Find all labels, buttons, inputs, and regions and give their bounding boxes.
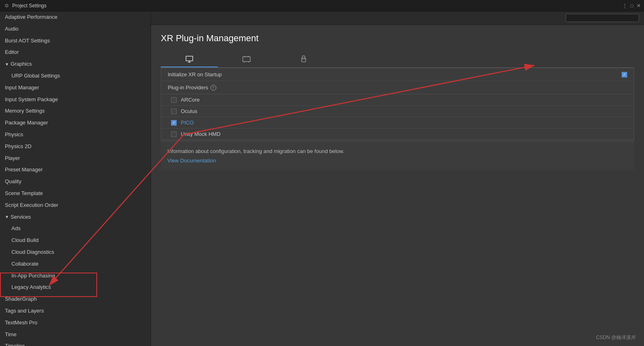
sidebar-item-memory-settings[interactable]: Memory Settings <box>0 105 151 117</box>
sidebar-item-cloud-diagnostics[interactable]: Cloud Diagnostics <box>0 246 151 258</box>
sidebar-item-ads[interactable]: Ads <box>0 223 151 235</box>
plugin-item-pico: PICO <box>161 117 634 129</box>
sidebar-item-cloud-build[interactable]: Cloud Build <box>0 235 151 246</box>
close-button[interactable]: ✕ <box>637 3 641 9</box>
menu-button[interactable]: ⋮ <box>622 3 627 9</box>
plugin-checkbox-unity-mock-hmd[interactable] <box>171 131 177 137</box>
sidebar-item-textmesh-pro[interactable]: TextMesh Pro <box>0 317 151 329</box>
view-documentation-link[interactable]: View Documentation <box>167 157 216 164</box>
plugin-label-unity-mock-hmd: Unity Mock HMD <box>181 131 221 137</box>
sidebar-item-script-execution[interactable]: Script Execution Order <box>0 200 151 211</box>
platform-tab-desktop[interactable] <box>161 52 218 67</box>
sidebar-item-urp-global[interactable]: URP Global Settings <box>0 70 151 82</box>
plugin-checkbox-arcore[interactable] <box>171 97 177 103</box>
svg-rect-0 <box>186 56 193 61</box>
sidebar-item-services[interactable]: ▼Services <box>0 211 151 223</box>
plugin-label-arcore: ARCore <box>181 97 200 103</box>
platform-tabs <box>161 52 634 68</box>
sidebar-item-graphics[interactable]: ▼Graphics <box>0 58 151 70</box>
initialize-xr-checkbox[interactable] <box>622 72 627 78</box>
window-title: Project Settings <box>12 3 47 9</box>
initialize-xr-label: Initialize XR on Startup <box>168 71 622 78</box>
sidebar-item-adaptive-performance[interactable]: Adaptive Performance <box>0 11 151 23</box>
sidebar-label-services: Services <box>11 213 31 222</box>
platform-tab-tv[interactable] <box>218 52 275 67</box>
sidebar-item-tags-layers[interactable]: Tags and Layers <box>0 305 151 317</box>
sidebar-item-editor[interactable]: Editor <box>0 47 151 58</box>
sidebar-item-quality[interactable]: Quality <box>0 176 151 188</box>
svg-rect-3 <box>243 57 250 62</box>
sidebar: Adaptive PerformanceAudioBurst AOT Setti… <box>0 11 151 346</box>
sidebar-item-legacy-analytics[interactable]: Legacy Analytics <box>0 282 151 293</box>
search-bar <box>151 11 644 25</box>
sidebar-item-collaborate[interactable]: Collaborate <box>0 258 151 270</box>
sidebar-item-shadergraph[interactable]: ShaderGraph <box>0 293 151 305</box>
help-icon[interactable]: ? <box>211 85 216 91</box>
sidebar-item-physics-2d[interactable]: Physics 2D <box>0 141 151 153</box>
search-input[interactable] <box>566 14 639 22</box>
sidebar-item-timeline[interactable]: Timeline <box>0 340 151 346</box>
sidebar-item-in-app-purchasing[interactable]: In-App Purchasing <box>0 270 151 282</box>
sidebar-item-burst-aot[interactable]: Burst AOT Settings <box>0 35 151 47</box>
plugin-item-oculus: Oculus <box>161 106 634 117</box>
main-layout: Adaptive PerformanceAudioBurst AOT Setti… <box>0 11 644 346</box>
maximize-button[interactable]: □ <box>631 3 633 9</box>
title-bar: ⚙ Project Settings ⋮ □ ✕ <box>0 0 644 11</box>
plugin-checkbox-oculus[interactable] <box>171 109 177 114</box>
content-area: XR Plug-in Management Initialize XR on S… <box>151 11 644 346</box>
svg-point-8 <box>302 59 303 60</box>
sidebar-item-audio[interactable]: Audio <box>0 23 151 35</box>
sidebar-item-input-system[interactable]: Input System Package <box>0 94 151 106</box>
sidebar-item-player[interactable]: Player <box>0 153 151 164</box>
sidebar-item-scene-template[interactable]: Scene Template <box>0 188 151 200</box>
watermark: CSDN @楠泽溪岸 <box>596 334 636 341</box>
plugin-item-unity-mock-hmd: Unity Mock HMD <box>161 129 634 140</box>
plugin-items-list: ARCoreOculusPICOUnity Mock HMD <box>161 94 634 140</box>
content-inner: XR Plug-in Management Initialize XR on S… <box>151 25 644 178</box>
svg-point-9 <box>304 59 305 60</box>
sidebar-item-input-manager[interactable]: Input Manager <box>0 82 151 94</box>
window-controls[interactable]: ⋮ □ ✕ <box>622 3 641 9</box>
plugin-checkbox-pico[interactable] <box>171 120 177 126</box>
plugin-label-oculus: Oculus <box>181 108 197 114</box>
info-text: Information about configuration, trackin… <box>167 148 628 154</box>
plugin-providers-label: Plug-in Providers <box>168 84 208 91</box>
page-title: XR Plug-in Management <box>161 33 634 44</box>
settings-panel: Initialize XR on Startup Plug-in Provide… <box>161 68 634 140</box>
plugin-item-arcore: ARCore <box>161 94 634 106</box>
sidebar-label-graphics: Graphics <box>11 60 32 69</box>
sidebar-item-package-manager[interactable]: Package Manager <box>0 117 151 129</box>
info-section: Information about configuration, trackin… <box>161 141 634 170</box>
platform-tab-android[interactable] <box>275 52 332 67</box>
plugin-providers-header: Plug-in Providers ? <box>161 81 634 94</box>
settings-icon: ⚙ <box>3 2 10 9</box>
initialize-xr-row: Initialize XR on Startup <box>161 68 634 81</box>
sidebar-item-physics[interactable]: Physics <box>0 129 151 141</box>
plugin-providers-section: Plug-in Providers ? ARCoreOculusPICOUnit… <box>161 81 634 140</box>
sidebar-item-preset-manager[interactable]: Preset Manager <box>0 164 151 176</box>
plugin-label-pico: PICO <box>181 120 194 126</box>
initialize-xr-value <box>622 72 627 78</box>
sidebar-item-time[interactable]: Time <box>0 329 151 341</box>
